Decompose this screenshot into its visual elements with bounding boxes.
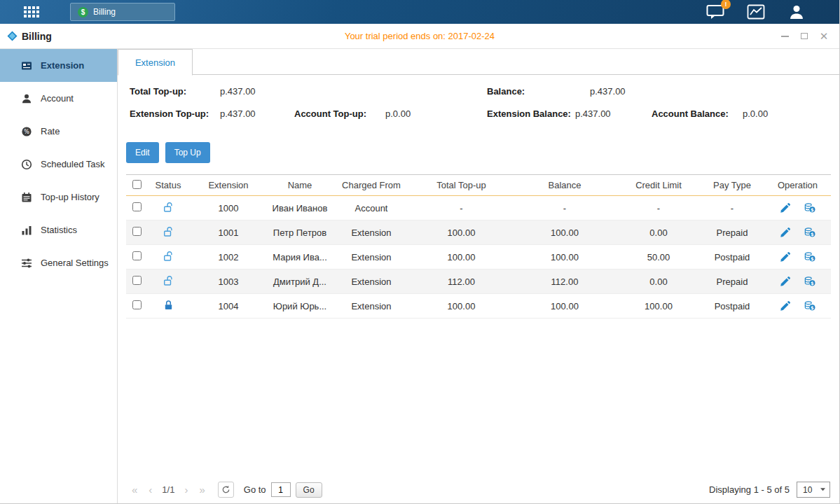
account-icon — [21, 93, 32, 104]
cell-total-topup: 112.00 — [411, 270, 512, 294]
cell-name: Мария Ива... — [268, 245, 332, 270]
header-name: Name — [268, 175, 332, 196]
cell-charged-from: Extension — [332, 294, 411, 318]
cell-name: Юрий Юрь... — [268, 294, 332, 318]
cell-charged-from: Extension — [332, 245, 411, 270]
billing-diamond-icon — [7, 31, 18, 41]
tab-extension[interactable]: Extension — [118, 49, 193, 76]
row-checkbox[interactable] — [132, 276, 142, 285]
next-page-icon[interactable]: › — [184, 484, 188, 496]
header-credit-limit: Credit Limit — [617, 175, 700, 196]
row-checkbox[interactable] — [132, 202, 142, 211]
goto-page-input[interactable] — [271, 482, 291, 497]
cell-credit-limit: - — [617, 196, 700, 220]
first-page-icon[interactable]: « — [132, 484, 137, 496]
cell-credit-limit: 50.00 — [617, 245, 700, 270]
page-indicator: 1/1 — [162, 484, 174, 495]
cell-balance: - — [512, 196, 617, 220]
cell-extension: 1003 — [189, 270, 268, 294]
sidebar-item-label: Account — [41, 93, 74, 104]
edit-button[interactable]: Edit — [126, 142, 159, 163]
account-topup-value: p.0.00 — [385, 108, 411, 119]
user-icon[interactable] — [787, 4, 806, 20]
unlock-icon — [163, 202, 174, 213]
page-size-select[interactable]: 10 — [797, 482, 830, 498]
extension-balance-label: Extension Balance: — [487, 108, 571, 119]
apps-grid-icon[interactable] — [24, 6, 39, 18]
table-row: 1001 Петр Петров Extension 100.00 100.00… — [126, 220, 831, 245]
edit-icon[interactable] — [780, 300, 791, 312]
close-button[interactable]: ✕ — [820, 32, 828, 41]
edit-icon[interactable] — [780, 251, 791, 262]
top-up-button[interactable]: Top Up — [165, 142, 210, 163]
header-pay-type: Pay Type — [700, 175, 764, 196]
balance-value: p.437.00 — [590, 86, 626, 97]
edit-icon[interactable] — [780, 227, 791, 238]
pagination-right: Displaying 1 - 5 of 5 10 — [709, 482, 830, 498]
total-topup-value: p.437.00 — [220, 86, 256, 97]
extension-topup-label: Extension Top-up: — [130, 108, 209, 119]
sidebar-item-statistics[interactable]: Statistics — [0, 214, 117, 246]
minimize-button[interactable] — [780, 32, 789, 41]
monitor-chart-icon[interactable] — [747, 4, 765, 20]
messages-icon[interactable]: ! — [706, 4, 724, 20]
sidebar-item-label: General Settings — [41, 258, 109, 268]
chevron-down-icon — [820, 487, 826, 492]
extension-icon — [21, 60, 32, 71]
prev-page-icon[interactable]: ‹ — [149, 484, 152, 496]
cell-balance: 100.00 — [512, 294, 617, 318]
cell-balance: 112.00 — [512, 270, 617, 294]
scheduled-task-icon — [21, 159, 32, 170]
topup-icon[interactable] — [804, 202, 815, 214]
rate-icon — [21, 126, 32, 137]
row-checkbox[interactable] — [132, 251, 142, 260]
lock-icon — [163, 300, 174, 311]
action-buttons: Edit Top Up — [126, 142, 839, 163]
billing-app-tab[interactable]: $ Billing — [70, 3, 175, 21]
header-status: Status — [147, 175, 189, 196]
go-button[interactable]: Go — [296, 482, 322, 498]
cell-extension: 1001 — [189, 220, 268, 245]
cell-balance: 100.00 — [512, 220, 617, 245]
messages-badge: ! — [721, 0, 731, 9]
sidebar-item-extension[interactable]: Extension — [0, 49, 117, 82]
sidebar-item-label: Statistics — [41, 225, 77, 235]
row-checkbox[interactable] — [132, 300, 142, 309]
tab-bar: Extension — [118, 49, 839, 75]
table-row: 1002 Мария Ива... Extension 100.00 100.0… — [126, 245, 831, 270]
cell-name: Иван Иванов — [268, 196, 332, 220]
cell-pay-type: Postpaid — [700, 245, 764, 270]
table-header-row: Status Extension Name Charged From Total… — [126, 175, 831, 196]
cell-pay-type: Prepaid — [700, 270, 764, 294]
sidebar-item-scheduled-task[interactable]: Scheduled Task — [0, 148, 117, 181]
topup-icon[interactable] — [804, 300, 815, 312]
topup-icon[interactable] — [804, 251, 815, 262]
sidebar-item-label: Extension — [41, 60, 84, 71]
maximize-button[interactable] — [800, 32, 808, 41]
table-row: 1000 Иван Иванов Account - - - - — [126, 196, 831, 220]
cell-charged-from: Extension — [332, 270, 411, 294]
cell-extension: 1002 — [189, 245, 268, 270]
sidebar-item-rate[interactable]: Rate — [0, 115, 117, 148]
sidebar: Extension Account Rate Scheduled Task To… — [0, 49, 118, 503]
row-checkbox[interactable] — [132, 227, 142, 236]
sidebar-item-topup-history[interactable]: Top-up History — [0, 181, 117, 214]
sidebar-item-general-settings[interactable]: General Settings — [0, 246, 117, 279]
edit-icon[interactable] — [780, 276, 791, 287]
sidebar-item-account[interactable]: Account — [0, 82, 117, 115]
topup-icon[interactable] — [804, 276, 815, 287]
last-page-icon[interactable]: » — [199, 484, 205, 496]
window-controls: ✕ — [780, 32, 828, 41]
billing-dollar-icon: $ — [78, 7, 88, 18]
extension-balance-value: p.437.00 — [575, 108, 611, 119]
pagination-bar: « ‹ 1/1 › » Go to Go Displaying 1 - 5 of… — [126, 482, 830, 498]
select-all-checkbox[interactable] — [132, 180, 142, 189]
cell-extension: 1004 — [189, 294, 268, 318]
cell-total-topup: 100.00 — [411, 220, 512, 245]
refresh-icon[interactable] — [218, 482, 234, 498]
topup-icon[interactable] — [804, 227, 815, 238]
balance-summary: Total Top-up: p.437.00 Balance: p.437.00… — [126, 82, 839, 132]
table-row: 1004 Юрий Юрь... Extension 100.00 100.00… — [126, 294, 831, 318]
edit-icon[interactable] — [780, 202, 791, 214]
extension-topup-value: p.437.00 — [220, 108, 256, 119]
